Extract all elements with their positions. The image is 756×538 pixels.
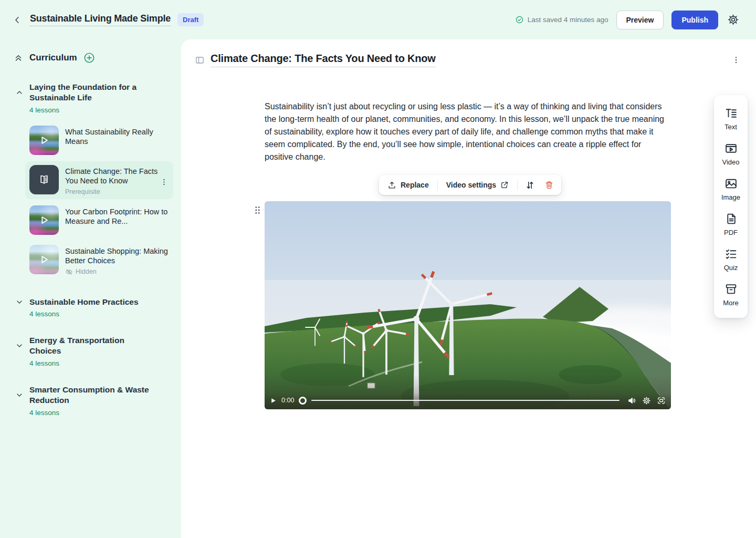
lesson-list: What Sustainability Really Means Climate…	[25, 122, 173, 280]
curriculum-section: Energy & Transportation Choices 4 lesson…	[0, 335, 181, 367]
lesson-item-selected[interactable]: Climate Change: The Facts You Need to Kn…	[25, 161, 173, 199]
scrubber-handle[interactable]	[299, 397, 307, 405]
palette-item-label: Video	[722, 158, 739, 166]
lesson-title: Your Carbon Footprint: How to Measure an…	[65, 208, 167, 225]
gear-icon	[727, 14, 739, 26]
eye-off-icon	[65, 268, 73, 276]
chevron-down-icon	[15, 342, 24, 350]
publish-button[interactable]: Publish	[671, 11, 718, 29]
lesson-item[interactable]: Your Carbon Footprint: How to Measure an…	[25, 202, 173, 239]
collapse-all-button[interactable]	[13, 52, 24, 64]
palette-item-label: Text	[724, 123, 737, 131]
fullscreen-icon	[657, 396, 666, 405]
palette-item-text[interactable]: Text	[714, 101, 748, 136]
gear-icon	[642, 396, 651, 405]
palette-item-more[interactable]: More	[714, 277, 748, 312]
section-title[interactable]: Energy & Transportation Choices	[29, 335, 155, 357]
volume-button[interactable]	[627, 396, 636, 405]
chevron-down-icon	[15, 298, 24, 306]
volume-icon	[627, 396, 636, 405]
block-palette: Text Video Image PDF Quiz More	[714, 95, 748, 318]
chevron-down-icon	[15, 391, 24, 399]
video-frame-windfarm	[265, 201, 671, 409]
lesson-meta-prerequisite: Prerequisite	[65, 188, 169, 195]
section-title[interactable]: Laying the Foundation for a Sustainable …	[29, 82, 155, 104]
play-button[interactable]	[270, 397, 277, 404]
lesson-video-thumbnail	[29, 245, 59, 274]
curriculum-title: Curriculum	[29, 53, 77, 63]
curriculum-section: Laying the Foundation for a Sustainable …	[0, 82, 181, 280]
external-link-icon	[500, 181, 509, 189]
palette-item-label: Image	[721, 193, 740, 201]
video-settings-label: Video settings	[446, 181, 496, 189]
lesson-menu-button[interactable]	[159, 177, 169, 187]
chevron-left-icon	[13, 15, 22, 25]
video-player[interactable]: 0:00	[265, 201, 671, 409]
lesson-options-button[interactable]	[730, 54, 742, 66]
add-section-button[interactable]	[82, 51, 96, 65]
lesson-page-title[interactable]: Climate Change: The Facts You Need to Kn…	[211, 53, 436, 67]
current-time: 0:00	[281, 397, 294, 404]
back-button[interactable]	[12, 14, 23, 26]
video-block-icon	[724, 142, 738, 155]
replace-label: Replace	[401, 181, 429, 189]
section-expand-button[interactable]	[14, 390, 25, 400]
palette-item-label: Quiz	[724, 264, 738, 272]
move-block-button[interactable]	[521, 177, 539, 194]
section-title[interactable]: Smarter Consumption & Waste Reduction	[29, 385, 155, 406]
chevron-up-icon	[15, 88, 24, 97]
course-title[interactable]: Sustainable Living Made Simple	[30, 13, 171, 26]
fullscreen-button[interactable]	[657, 396, 666, 405]
video-controls: 0:00	[265, 394, 671, 409]
section-lesson-count: 4 lessons	[29, 359, 181, 367]
lesson-editor-panel: Climate Change: The Facts You Need to Kn…	[181, 39, 756, 538]
kebab-icon	[732, 56, 740, 64]
top-header: Sustainable Living Made Simple Draft Las…	[0, 0, 756, 39]
drag-handle-icon	[254, 205, 261, 215]
lesson-title: What Sustainability Really Means	[65, 128, 153, 146]
block-drag-handle[interactable]	[253, 204, 262, 216]
section-lesson-count: 4 lessons	[29, 106, 181, 114]
section-expand-button[interactable]	[14, 297, 25, 307]
panel-icon	[195, 55, 205, 65]
section-lesson-count: 4 lessons	[29, 409, 181, 417]
lesson-intro-paragraph[interactable]: Sustainability isn’t just about recyclin…	[265, 100, 667, 163]
play-icon	[29, 245, 59, 274]
kebab-icon	[160, 178, 168, 186]
quiz-block-icon	[724, 247, 738, 261]
lesson-item-hidden[interactable]: Sustainable Shopping: Making Better Choi…	[25, 241, 173, 280]
lesson-title: Climate Change: The Facts You Need to Kn…	[65, 167, 158, 185]
preview-button[interactable]: Preview	[616, 11, 664, 29]
palette-item-quiz[interactable]: Quiz	[714, 242, 748, 277]
book-open-icon	[37, 173, 51, 187]
video-settings-button[interactable]: Video settings	[441, 177, 514, 193]
play-icon	[29, 126, 59, 155]
trash-icon	[544, 180, 554, 190]
status-badge: Draft	[177, 13, 204, 26]
palette-item-pdf[interactable]: PDF	[714, 206, 748, 242]
save-status-text: Last saved 4 minutes ago	[528, 16, 608, 24]
course-settings-button[interactable]	[726, 13, 740, 27]
lesson-video-thumbnail	[29, 205, 59, 235]
player-settings-button[interactable]	[642, 396, 651, 405]
lesson-title: Sustainable Shopping: Making Better Choi…	[65, 247, 168, 265]
progress-bar[interactable]	[311, 400, 620, 401]
curriculum-section: Smarter Consumption & Waste Reduction 4 …	[0, 385, 181, 417]
more-block-icon	[724, 283, 738, 296]
lesson-reading-tile	[29, 165, 59, 194]
upload-icon	[387, 181, 396, 190]
pdf-block-icon	[724, 212, 738, 225]
palette-item-image[interactable]: Image	[714, 171, 748, 206]
palette-item-video[interactable]: Video	[714, 136, 748, 171]
lesson-item[interactable]: What Sustainability Really Means	[25, 122, 173, 159]
plus-circle-icon	[83, 52, 95, 64]
section-title[interactable]: Sustainable Home Practices	[29, 297, 155, 307]
section-lesson-count: 4 lessons	[29, 310, 181, 318]
replace-video-button[interactable]: Replace	[382, 177, 434, 194]
section-collapse-button[interactable]	[14, 87, 25, 98]
toggle-sidebar-button[interactable]	[194, 54, 206, 66]
lesson-video-thumbnail	[29, 126, 59, 155]
section-expand-button[interactable]	[14, 340, 25, 351]
delete-block-button[interactable]	[540, 177, 558, 193]
save-status: Last saved 4 minutes ago	[515, 15, 608, 24]
